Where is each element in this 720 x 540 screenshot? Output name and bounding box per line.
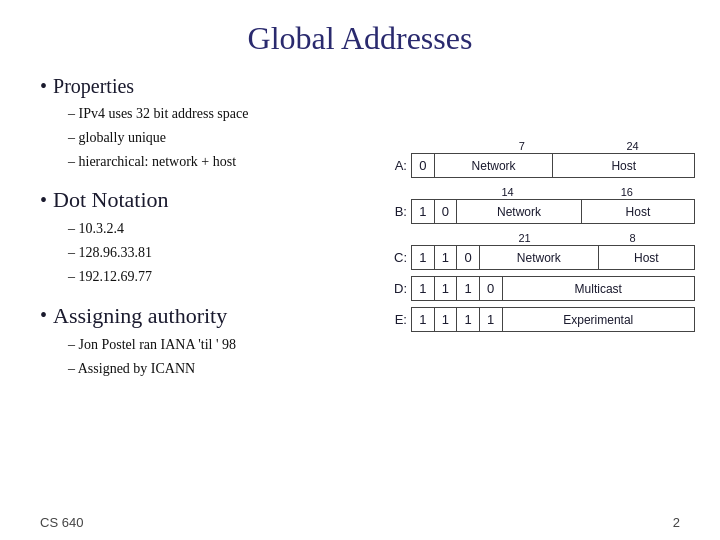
cell-D-2: 1 bbox=[457, 277, 480, 301]
row-D-wrapper: D: 1 1 1 0 Multicast bbox=[385, 276, 695, 301]
footer-right: 2 bbox=[673, 515, 680, 530]
cell-E-4: Experimental bbox=[502, 308, 695, 332]
row-D-letter: D: bbox=[385, 281, 411, 296]
row-E-wrapper: E: 1 1 1 1 Experimental bbox=[385, 307, 695, 332]
cell-C-4: Host bbox=[598, 246, 694, 270]
cell-B-1: 0 bbox=[434, 200, 457, 224]
cell-E-1: 1 bbox=[434, 308, 457, 332]
row-A-table: 0 Network Host bbox=[411, 153, 695, 178]
cell-A-1: Network bbox=[434, 154, 553, 178]
subitem-assigning-2: Assigned by ICANN bbox=[68, 357, 680, 381]
subitem-assigning-1: Jon Postel ran IANA 'til ' 98 bbox=[68, 333, 680, 357]
cell-D-1: 1 bbox=[434, 277, 457, 301]
page: Global Addresses • Properties IPv4 uses … bbox=[0, 0, 720, 540]
row-B-wrapper: 14 16 B: 1 0 Network Host bbox=[385, 186, 695, 224]
cell-C-3: Network bbox=[479, 246, 598, 270]
row-E: E: 1 1 1 1 Experimental bbox=[385, 307, 695, 332]
row-A-letter: A: bbox=[385, 158, 411, 173]
row-B-table: 1 0 Network Host bbox=[411, 199, 695, 224]
cell-D-0: 1 bbox=[412, 277, 435, 301]
cell-C-2: 0 bbox=[457, 246, 480, 270]
cell-D-4: Multicast bbox=[502, 277, 695, 301]
address-diagram: 7 24 A: 0 Network Host 14 16 bbox=[385, 140, 695, 332]
cell-E-0: 1 bbox=[412, 308, 435, 332]
cell-B-2: Network bbox=[457, 200, 582, 224]
row-A-bitlabels: 7 24 bbox=[411, 140, 695, 152]
page-title: Global Addresses bbox=[40, 20, 680, 57]
cell-B-0: 1 bbox=[412, 200, 435, 224]
row-E-table: 1 1 1 1 Experimental bbox=[411, 307, 695, 332]
cell-A-0: 0 bbox=[412, 154, 435, 178]
cell-B-3: Host bbox=[581, 200, 694, 224]
footer-left: CS 640 bbox=[40, 515, 83, 530]
row-B: B: 1 0 Network Host bbox=[385, 199, 695, 224]
subitem-1: IPv4 uses 32 bit address space bbox=[68, 102, 680, 126]
cell-C-0: 1 bbox=[412, 246, 435, 270]
cell-E-3: 1 bbox=[479, 308, 502, 332]
row-C-wrapper: 21 8 C: 1 1 0 Network Host bbox=[385, 232, 695, 270]
row-D-table: 1 1 1 0 Multicast bbox=[411, 276, 695, 301]
assigning-subitems: Jon Postel ran IANA 'til ' 98 Assigned b… bbox=[68, 333, 680, 381]
cell-C-1: 1 bbox=[434, 246, 457, 270]
row-C-table: 1 1 0 Network Host bbox=[411, 245, 695, 270]
cell-E-2: 1 bbox=[457, 308, 480, 332]
row-A: A: 0 Network Host bbox=[385, 153, 695, 178]
row-B-bitlabels: 14 16 bbox=[411, 186, 695, 198]
row-C-bitlabels: 21 8 bbox=[411, 232, 695, 244]
row-E-letter: E: bbox=[385, 312, 411, 327]
row-C: C: 1 1 0 Network Host bbox=[385, 245, 695, 270]
cell-D-3: 0 bbox=[479, 277, 502, 301]
row-A-wrapper: 7 24 A: 0 Network Host bbox=[385, 140, 695, 178]
row-C-letter: C: bbox=[385, 250, 411, 265]
properties-heading: • Properties bbox=[40, 75, 680, 98]
cell-A-2: Host bbox=[553, 154, 695, 178]
row-D: D: 1 1 1 0 Multicast bbox=[385, 276, 695, 301]
row-B-letter: B: bbox=[385, 204, 411, 219]
footer: CS 640 2 bbox=[40, 515, 680, 530]
